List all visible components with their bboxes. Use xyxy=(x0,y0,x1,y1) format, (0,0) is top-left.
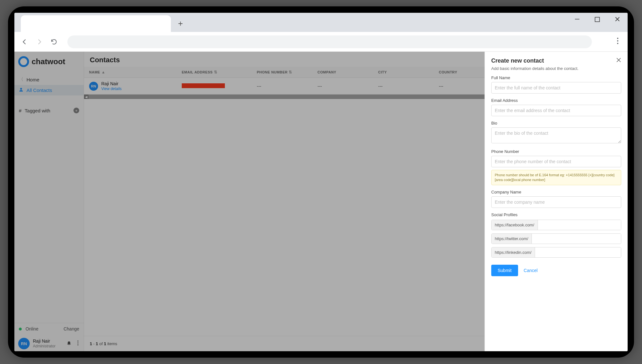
svg-point-1 xyxy=(617,38,618,39)
device-frame: chatwoot 〈 Home All Contacts xyxy=(8,6,634,358)
linkedin-input[interactable] xyxy=(535,247,621,257)
email-input[interactable] xyxy=(491,105,621,116)
bio-input[interactable] xyxy=(491,127,621,143)
label-bio: Bio xyxy=(491,121,621,125)
panel-subtitle: Add basic information details about the … xyxy=(491,66,621,71)
submit-button[interactable]: Submit xyxy=(491,265,518,276)
back-button[interactable] xyxy=(20,37,29,46)
panel-actions: Submit Cancel xyxy=(491,265,621,276)
arrow-left-icon xyxy=(21,38,28,45)
plus-icon xyxy=(177,20,184,27)
browser-toolbar xyxy=(14,32,628,52)
company-input[interactable] xyxy=(491,196,621,208)
reload-button[interactable] xyxy=(50,37,58,46)
svg-rect-0 xyxy=(595,17,600,22)
arrow-right-icon xyxy=(36,38,43,45)
label-phone: Phone Number xyxy=(491,149,621,154)
new-tab-button[interactable] xyxy=(174,17,187,30)
kebab-icon xyxy=(617,37,619,44)
browser-tab-strip xyxy=(14,13,628,32)
close-window-button[interactable] xyxy=(614,16,621,24)
minimize-icon xyxy=(574,16,580,22)
social-facebook: https://facebook.com/ xyxy=(491,220,621,230)
twitter-prefix: https://twitter.com/ xyxy=(492,234,532,244)
maximize-button[interactable] xyxy=(594,16,600,24)
reload-icon xyxy=(50,38,57,45)
facebook-input[interactable] xyxy=(538,220,621,230)
social-linkedin: https://linkedin.com/ xyxy=(491,247,621,258)
svg-point-3 xyxy=(617,43,618,44)
linkedin-prefix: https://linkedin.com/ xyxy=(492,247,535,257)
facebook-prefix: https://facebook.com/ xyxy=(492,220,538,230)
browser-tab[interactable] xyxy=(21,15,171,32)
panel-title: Create new contact xyxy=(491,57,544,64)
create-contact-panel: Create new contact Add basic information… xyxy=(485,52,628,351)
panel-close-button[interactable] xyxy=(616,57,621,64)
minimize-button[interactable] xyxy=(574,16,580,24)
browser-menu-button[interactable] xyxy=(617,37,619,46)
close-icon xyxy=(616,57,621,63)
app-area: chatwoot 〈 Home All Contacts xyxy=(14,52,628,351)
twitter-input[interactable] xyxy=(532,234,621,244)
close-icon xyxy=(614,16,621,22)
label-full-name: Full Name xyxy=(491,75,621,80)
forward-button[interactable] xyxy=(35,37,44,46)
phone-input[interactable] xyxy=(491,156,621,167)
phone-hint: Phone number should be of E.164 format e… xyxy=(491,170,621,185)
social-twitter: https://twitter.com/ xyxy=(491,233,621,244)
cancel-button[interactable]: Cancel xyxy=(524,268,538,273)
window-controls xyxy=(574,16,621,24)
full-name-input[interactable] xyxy=(491,82,621,94)
screen: chatwoot 〈 Home All Contacts xyxy=(14,13,628,351)
label-company: Company Name xyxy=(491,190,621,194)
svg-point-2 xyxy=(617,40,618,42)
label-social: Social Profiles xyxy=(491,212,621,217)
maximize-icon xyxy=(594,17,600,22)
label-email: Email Address xyxy=(491,98,621,103)
url-field[interactable] xyxy=(67,35,592,48)
